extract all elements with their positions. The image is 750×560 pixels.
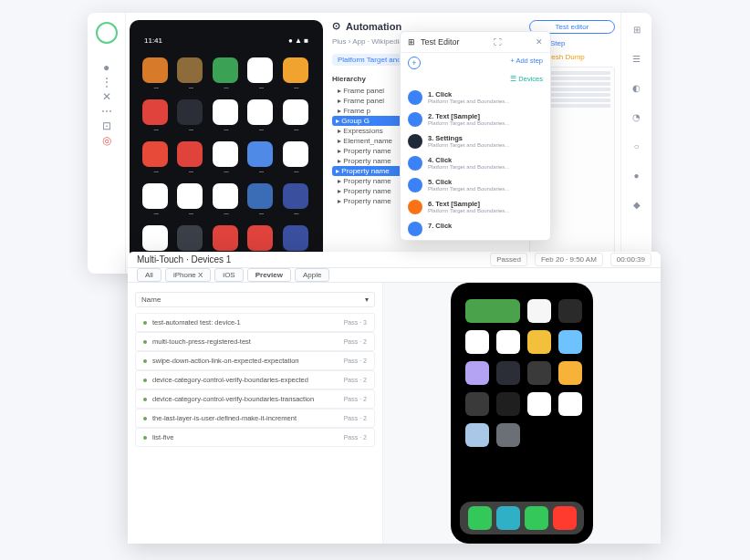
app-icon[interactable] <box>283 57 308 83</box>
ios-app-icon[interactable] <box>496 392 520 416</box>
app-icon[interactable] <box>177 141 203 167</box>
tab[interactable]: iOS <box>214 268 243 282</box>
app-icon[interactable] <box>142 99 168 125</box>
log-row[interactable]: the-last-layer-is-user-defined-make-it-i… <box>135 409 375 428</box>
log-row[interactable]: swipe-down-action-link-on-expected-expec… <box>135 351 375 370</box>
app-icon[interactable] <box>177 225 203 251</box>
app-icon[interactable] <box>213 183 238 209</box>
app-icon[interactable] <box>283 141 308 167</box>
app-label: — <box>213 127 240 132</box>
sidebar-icon[interactable]: ● <box>99 60 114 75</box>
app-label: — <box>283 85 310 90</box>
log-meta: Pass · 2 <box>344 338 367 345</box>
app-icon[interactable] <box>142 141 168 167</box>
app-label: — <box>177 85 204 90</box>
ios-app-icon[interactable] <box>465 392 489 416</box>
sidebar-icon[interactable]: ⋮ <box>99 75 114 89</box>
dock-app-icon[interactable] <box>468 506 492 530</box>
ios-app-icon[interactable] <box>496 423 520 447</box>
app-icon[interactable] <box>283 183 308 209</box>
dock-app-icon[interactable] <box>525 506 548 530</box>
app-icon[interactable] <box>283 225 308 251</box>
tool-icon[interactable]: ⊞ <box>630 22 644 36</box>
ios-app-icon[interactable] <box>465 330 489 354</box>
ios-app-icon[interactable] <box>558 361 582 385</box>
app-icon[interactable] <box>213 225 238 251</box>
log-row[interactable]: device-category-control-verify-boundarie… <box>135 370 375 389</box>
tool-icon[interactable]: ☰ <box>630 51 644 66</box>
step-subtitle: Platform Target and Boundaries... <box>428 186 509 192</box>
step-row[interactable]: 7. Click <box>401 218 550 240</box>
app-icon[interactable] <box>142 57 168 83</box>
status-badge: Passed <box>490 253 527 266</box>
ios-app-icon[interactable] <box>558 330 582 354</box>
log-text: multi-touch-press-registered-test <box>152 337 251 346</box>
ios-app-icon[interactable] <box>465 361 489 385</box>
tab[interactable]: iPhone X <box>165 268 211 282</box>
app-icon[interactable] <box>283 99 308 125</box>
step-row[interactable]: 5. ClickPlatform Target and Boundaries..… <box>401 174 550 196</box>
ios-app-icon[interactable] <box>496 361 520 385</box>
log-text: device-category-control-verify-boundarie… <box>152 395 314 403</box>
ios-app-icon[interactable] <box>558 392 582 416</box>
ios-app-icon[interactable] <box>527 361 551 385</box>
dock-app-icon[interactable] <box>553 506 577 530</box>
app-icon[interactable] <box>177 57 203 83</box>
log-row[interactable]: multi-touch-press-registered-testPass · … <box>135 332 375 351</box>
app-label: — <box>177 211 204 216</box>
app-icon[interactable] <box>177 99 203 125</box>
tool-icon[interactable]: ◐ <box>630 80 644 95</box>
step-row[interactable]: 4. ClickPlatform Target and Boundaries..… <box>401 152 550 174</box>
ios-app-icon[interactable] <box>496 330 520 354</box>
add-step-link[interactable]: + Add step <box>510 57 543 69</box>
dock-app-icon[interactable] <box>496 506 520 530</box>
app-icon[interactable] <box>247 183 273 209</box>
tool-icon[interactable]: ◔ <box>630 109 644 124</box>
tab[interactable]: Apple <box>295 268 329 282</box>
sidebar-icon[interactable]: ✕ <box>99 89 114 104</box>
sidebar-icon[interactable]: ◎ <box>99 133 114 148</box>
close-icon[interactable]: ✕ <box>536 37 543 47</box>
log-row[interactable]: device-category-control-verify-boundarie… <box>135 389 375 409</box>
devices-link[interactable]: ☰ Devices <box>401 73 550 87</box>
app-icon[interactable] <box>213 141 238 167</box>
tool-icon[interactable]: ○ <box>630 139 644 153</box>
avatar[interactable] <box>96 22 118 44</box>
step-row[interactable]: 2. Text [Sample]Platform Target and Boun… <box>401 109 550 130</box>
tab[interactable]: Preview <box>247 268 291 282</box>
app-icon[interactable] <box>177 183 203 209</box>
maximize-icon[interactable]: ⛶ <box>494 37 502 47</box>
step-icon <box>408 178 422 192</box>
step-row[interactable]: 6. Text [Sample]Platform Target and Boun… <box>401 196 550 218</box>
ios-app-icon[interactable] <box>558 299 582 323</box>
tool-icon[interactable]: ● <box>630 168 644 182</box>
log-row[interactable]: test-automated test: device-1Pass · 3 <box>135 313 375 332</box>
left-sidebar: ●⋮✕⋯⊡◎ <box>88 13 126 274</box>
app-icon[interactable] <box>247 57 273 83</box>
step-subtitle: Platform Target and Boundaries... <box>428 208 509 213</box>
app-icon[interactable] <box>142 225 168 251</box>
ios-app-icon[interactable] <box>527 392 551 416</box>
clock: 11:41 <box>144 36 162 45</box>
app-icon[interactable] <box>213 57 238 83</box>
app-icon[interactable] <box>213 99 238 125</box>
app-icon[interactable] <box>247 141 273 167</box>
step-row[interactable]: 1. ClickPlatform Target and Boundaries..… <box>401 87 550 109</box>
filter-dropdown[interactable]: Name▾ <box>135 292 375 307</box>
app-icon[interactable] <box>247 225 273 251</box>
ios-app-icon[interactable] <box>527 299 551 323</box>
timestamp: Feb 20 · 9:50 AM <box>535 253 603 266</box>
step-title: 6. Text [Sample] <box>428 200 509 208</box>
log-meta: Pass · 2 <box>344 358 367 364</box>
log-row[interactable]: list-fivePass · 2 <box>135 428 375 447</box>
home-widget[interactable] <box>465 299 520 323</box>
app-icon[interactable] <box>142 183 168 209</box>
sidebar-icon[interactable]: ⊡ <box>99 119 114 133</box>
tab[interactable]: All <box>137 268 161 282</box>
app-icon[interactable] <box>247 99 273 125</box>
step-row[interactable]: 3. SettingsPlatform Target and Boundarie… <box>401 130 550 152</box>
tool-icon[interactable]: ◆ <box>630 197 644 212</box>
sidebar-icon[interactable]: ⋯ <box>99 104 114 119</box>
ios-app-icon[interactable] <box>465 423 489 447</box>
ios-app-icon[interactable] <box>527 330 551 354</box>
